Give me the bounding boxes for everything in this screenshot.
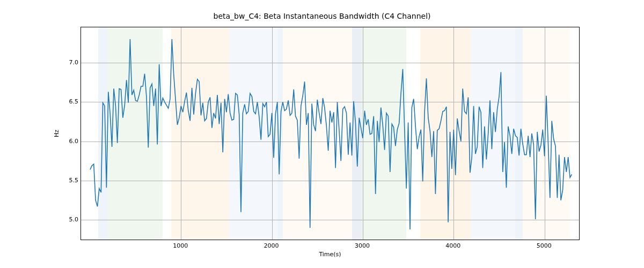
y-tick-label: 6.5 bbox=[57, 98, 78, 105]
y-tick-label: 6.0 bbox=[57, 137, 78, 144]
plot-title: beta_bw_C4: Beta Instantaneous Bandwidth… bbox=[0, 12, 644, 20]
x-axis-label: Time(s) bbox=[319, 251, 341, 258]
x-tick-label: 3000 bbox=[346, 242, 378, 249]
chart-figure: beta_bw_C4: Beta Instantaneous Bandwidth… bbox=[0, 0, 644, 268]
x-tick-label: 1000 bbox=[164, 242, 196, 249]
plot-axes bbox=[80, 27, 580, 240]
y-tick-label: 5.5 bbox=[57, 177, 78, 184]
line-series bbox=[81, 27, 579, 240]
y-tick-label: 7.0 bbox=[57, 59, 78, 66]
x-tick-label: 4000 bbox=[437, 242, 469, 249]
x-tick-label: 5000 bbox=[528, 242, 560, 249]
x-tick-label: 2000 bbox=[255, 242, 288, 249]
y-tick-label: 5.0 bbox=[57, 216, 78, 223]
y-axis-label: Hz bbox=[53, 130, 60, 137]
